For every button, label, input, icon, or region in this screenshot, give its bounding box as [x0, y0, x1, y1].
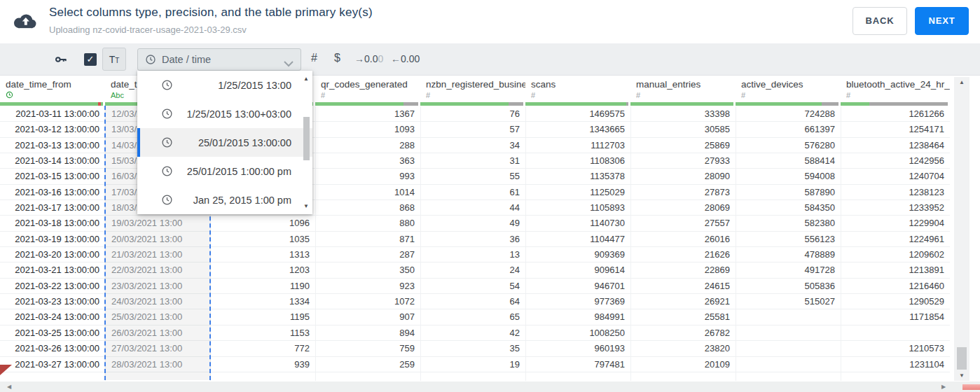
- table-cell: 2021-03-23 13:00:00: [0, 294, 105, 309]
- table-cell: 30585: [630, 122, 736, 136]
- next-button[interactable]: NEXT: [915, 7, 969, 35]
- clock-icon: [161, 108, 173, 120]
- table-cell: 19/03/2021 13:00: [105, 216, 210, 230]
- table-cell: 1135378: [525, 169, 630, 183]
- table-cell: 977369: [525, 294, 630, 309]
- table-cell: 23/03/2021 13:00: [105, 279, 210, 293]
- datetime-format-option[interactable]: 25/01/2015 13:00:00: [137, 128, 312, 157]
- table-cell: 1233952: [841, 200, 950, 215]
- table-cell: 26016: [630, 232, 736, 246]
- table-cell: 49: [420, 216, 525, 230]
- datetime-format-option[interactable]: 25/01/2015 1:00:00 pm: [137, 157, 312, 186]
- table-cell: 20109: [630, 357, 736, 372]
- decrease-decimals-button[interactable]: →0.00: [354, 53, 383, 64]
- table-cell: 1313: [210, 247, 315, 262]
- dec-right-faded: 0: [378, 53, 383, 64]
- table-cell: 13: [420, 247, 525, 262]
- column-header-active_devices[interactable]: active_devices#: [736, 76, 841, 102]
- back-button[interactable]: BACK: [853, 7, 907, 35]
- format-option-label: 1/25/2015 13:00+03:00: [173, 108, 312, 120]
- table-cell: [105, 372, 210, 381]
- table-cell: 24: [420, 262, 525, 277]
- column-header-date_time_from[interactable]: date_time_from: [0, 76, 105, 102]
- table-cell: 880: [315, 216, 420, 230]
- datetime-format-option[interactable]: 1/25/2015 13:00: [137, 71, 312, 99]
- format-option-label: 25/01/2015 13:00:00: [173, 137, 312, 148]
- table-cell: 588414: [736, 153, 841, 168]
- table-cell: 2021-03-11 13:00:00: [0, 106, 105, 121]
- currency-type-button[interactable]: $: [334, 52, 340, 64]
- horizontal-scrollbar-thumb[interactable]: [962, 384, 980, 390]
- primary-key-icon[interactable]: [53, 52, 69, 69]
- horizontal-scrollbar[interactable]: ◀ ▶: [0, 382, 980, 392]
- table-cell: 491728: [736, 262, 841, 277]
- column-header-scans[interactable]: scans#: [525, 76, 630, 102]
- table-cell: 868: [315, 200, 420, 215]
- clock-icon: [161, 194, 173, 206]
- column-header-bluetooth_active_24_hr_[interactable]: bluetooth_active_24_hr_#: [841, 76, 950, 102]
- table-row: 2021-03-24 13:00:0025/03/2021 13:0011959…: [0, 309, 950, 325]
- table-cell: [315, 372, 420, 381]
- table-cell: 907: [315, 309, 420, 324]
- table-cell: 1153: [210, 326, 315, 340]
- table-cell: 1014: [315, 185, 420, 200]
- table-cell: [841, 326, 950, 340]
- column-header-manual_entries[interactable]: manual_entries#: [630, 76, 736, 102]
- table-cell: 350: [315, 262, 420, 277]
- vertical-scrollbar[interactable]: ▲ ▼: [954, 77, 969, 381]
- dec-left-main: 0.00: [401, 53, 420, 64]
- table-cell: 26782: [630, 326, 736, 340]
- scroll-up-icon[interactable]: ▲: [954, 79, 969, 85]
- table-cell: 478889: [736, 247, 841, 262]
- clock-icon: [161, 165, 173, 177]
- table-cell: 1231104: [841, 357, 950, 372]
- table-cell: 1072: [315, 294, 420, 309]
- table-row: 2021-03-19 13:00:0020/03/2021 13:0010358…: [0, 232, 950, 247]
- dropdown-scroll-down-icon[interactable]: ▼: [303, 203, 309, 209]
- text-type-button[interactable]: TT: [102, 48, 126, 71]
- column-header-qr_codes_generated[interactable]: qr_codes_generated#: [315, 76, 420, 102]
- table-cell: 287: [315, 247, 420, 262]
- dropdown-scrollbar-thumb[interactable]: [303, 117, 310, 160]
- datetime-format-option[interactable]: 1/25/2015 13:00+03:00: [137, 99, 312, 128]
- column-label: qr_codes_generated: [321, 79, 420, 90]
- number-type-button[interactable]: #: [311, 52, 317, 64]
- table-cell: 28090: [630, 169, 736, 183]
- scroll-down-icon[interactable]: ▼: [954, 372, 969, 379]
- dropdown-scroll-up-icon[interactable]: ▲: [303, 76, 309, 82]
- table-cell: 21626: [630, 247, 736, 262]
- datetime-format-option[interactable]: Jan 25, 2015 1:00 pm: [137, 186, 312, 214]
- table-cell: 909614: [525, 262, 630, 277]
- format-option-label: Jan 25, 2015 1:00 pm: [173, 195, 312, 206]
- increase-decimals-button[interactable]: ←0.00: [391, 53, 420, 64]
- table-cell: 2021-03-21 13:00:00: [0, 262, 105, 277]
- chevron-down-icon: [284, 57, 294, 70]
- table-cell: [736, 357, 841, 372]
- table-cell: 960193: [525, 341, 630, 356]
- datetime-type-icon: [6, 91, 105, 100]
- table-cell: 1209602: [841, 247, 950, 262]
- table-cell: 2021-03-20 13:00:00: [0, 247, 105, 262]
- table-cell: [841, 372, 950, 381]
- table-cell: 1224961: [841, 232, 950, 246]
- table-cell: 1334: [210, 294, 315, 309]
- table-cell: 2021-03-17 13:00:00: [0, 200, 105, 215]
- page-header: Select columns type, precision, and the …: [0, 0, 980, 43]
- page-title: Select columns type, precision, and the …: [49, 6, 373, 20]
- table-cell: 984991: [525, 309, 630, 324]
- table-cell: [420, 372, 525, 381]
- table-cell: 1367: [315, 106, 420, 121]
- table-cell: 259: [315, 357, 420, 372]
- column-quality-bar: [315, 102, 418, 106]
- column-header-nzbn_registered_busine[interactable]: nzbn_registered_busine#: [420, 76, 525, 102]
- table-row: 2021-03-27 13:00:0028/03/2021 13:0093925…: [0, 357, 950, 372]
- scroll-left-icon[interactable]: ◀: [7, 384, 11, 390]
- column-type-select[interactable]: Date / time: [137, 48, 301, 71]
- vertical-scrollbar-thumb[interactable]: [957, 347, 967, 370]
- include-column-checkbox[interactable]: ✓: [84, 53, 97, 66]
- number-type-label: #: [531, 91, 630, 100]
- table-cell: [525, 372, 630, 381]
- table-cell: 25581: [630, 309, 736, 324]
- clock-icon: [161, 79, 173, 91]
- scroll-right-icon[interactable]: ▶: [941, 384, 946, 390]
